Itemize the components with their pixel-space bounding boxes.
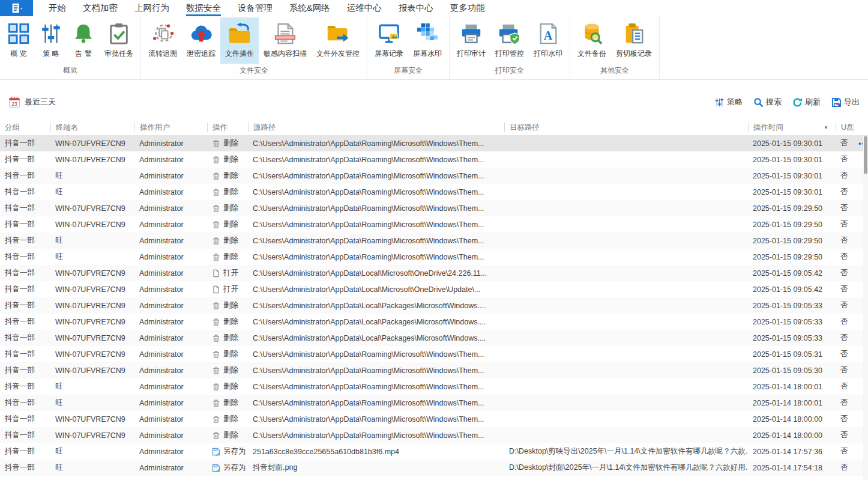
cell-group: 抖音一部	[0, 171, 50, 181]
column-header-time[interactable]: 操作时间 ▼	[748, 123, 836, 132]
table-row[interactable]: 抖音一部 WIN-07UFVRE7CN9 Administrator 删除 C:…	[0, 200, 868, 216]
ribbon-button-审批任务[interactable]: 审批任务	[100, 17, 138, 64]
table-row[interactable]: 抖音一部 WIN-07UFVRE7CN9 Administrator 打开 C:…	[0, 265, 868, 281]
menu-tab-开始[interactable]: 开始	[49, 0, 66, 16]
trash-icon	[212, 334, 220, 342]
table-row[interactable]: 抖音一部 WIN-07UFVRE7CN9 Administrator 打开 C:…	[0, 281, 868, 297]
save-as-icon	[212, 448, 220, 456]
trash-icon	[212, 156, 220, 164]
menu-tab-数据安全[interactable]: 数据安全	[186, 0, 221, 16]
table-row[interactable]: 抖音一部 WIN-07UFVRE7CN9 Administrator 删除 C:…	[0, 314, 868, 330]
policy-sliders-icon	[714, 97, 725, 108]
ribbon-button-文件备份[interactable]: 文件备份	[573, 17, 611, 64]
table-row[interactable]: 抖音一部 WIN-07UFVRE7CN9 Administrator 删除 C:…	[0, 427, 868, 443]
ribbon-button-打印审计[interactable]: 打印审计	[452, 17, 490, 64]
ribbon-button-流转追溯[interactable]: 流转追溯	[143, 17, 182, 64]
ribbon-button-概览[interactable]: 概 览	[2, 17, 35, 64]
ribbon-button-告警[interactable]: 告 警	[67, 17, 100, 64]
cell-usb: 否	[836, 414, 854, 424]
menu-tab-系统&网络[interactable]: 系统&网络	[289, 0, 330, 16]
table-row[interactable]: 抖音一部 WIN-07UFVRE7CN9 Administrator 删除 C:…	[0, 151, 868, 168]
filter-action-导出[interactable]: 导出	[831, 97, 860, 108]
table-row[interactable]: 抖音一部 旺 Administrator 另存为 251a63cc8e39cce…	[0, 443, 868, 460]
table-row[interactable]: 抖音一部 旺 Administrator 删除 C:\Users\Adminis…	[0, 378, 868, 395]
ribbon-button-屏幕水印[interactable]: 屏幕水印	[408, 17, 447, 64]
cell-usb: 否	[836, 235, 854, 246]
cell-user: Administrator	[134, 431, 207, 440]
table-row[interactable]: 抖音一部 旺 Administrator 删除 C:\Users\Adminis…	[0, 168, 868, 184]
table-row[interactable]: 抖音一部 WIN-07UFVRE7CN9 Administrator 删除 C:…	[0, 411, 868, 427]
cell-operation: 另存为	[207, 446, 248, 457]
cell-source-path: C:\Users\Administrator\AppData\Roaming\M…	[248, 188, 504, 196]
menu-tab-设备管理[interactable]: 设备管理	[238, 0, 273, 16]
cell-time: 2025-01-15 09:05:42	[748, 285, 836, 294]
date-filter-button[interactable]: 23 最近三天	[8, 96, 56, 108]
table-row[interactable]: 抖音一部 WIN-07UFVRE7CN9 Administrator 删除 C:…	[0, 362, 868, 378]
vertical-scrollbar[interactable]	[863, 136, 868, 480]
cell-operation: 删除	[207, 365, 248, 375]
menu-tab-文档加密[interactable]: 文档加密	[83, 0, 118, 16]
sort-desc-icon[interactable]: ▼	[824, 125, 836, 130]
ribbon-button-文件外发管控[interactable]: 文件外发管控	[312, 17, 364, 64]
cell-user: Administrator	[134, 172, 207, 180]
filter-action-搜索[interactable]: 搜索	[753, 97, 782, 108]
filter-action-策略[interactable]: 策略	[714, 97, 743, 108]
cell-terminal: 旺	[50, 446, 134, 457]
table-row[interactable]: 抖音一部 WIN-07UFVRE7CN9 Administrator 删除 C:…	[0, 346, 868, 362]
cell-usb: 否	[836, 333, 854, 343]
menu-tab-上网行为[interactable]: 上网行为	[134, 0, 169, 16]
table-row[interactable]: 抖音一部 旺 Administrator 删除 C:\Users\Adminis…	[0, 232, 868, 249]
column-header-menu[interactable]: ▼	[854, 123, 868, 132]
app-menu-button[interactable]	[0, 0, 33, 16]
column-header-target[interactable]: 目标路径 ▼	[504, 123, 748, 132]
svg-text:A: A	[544, 29, 553, 42]
cell-group: 抖音一部	[0, 430, 50, 440]
ribbon-button-策略[interactable]: 策 略	[35, 17, 67, 64]
cell-group: 抖音一部	[0, 463, 50, 473]
ribbon-button-敏感内容扫描[interactable]: 敏感内容扫描	[259, 17, 312, 64]
print-watermark-icon: A	[537, 22, 559, 45]
table-row[interactable]: 抖音一部 旺 Administrator 删除 C:\Users\Adminis…	[0, 249, 868, 265]
column-header-source[interactable]: 源路径 ▼	[248, 123, 504, 132]
print-audit-icon	[460, 22, 483, 45]
scrollbar-thumb[interactable]	[864, 136, 867, 174]
ribbon-button-打印水印[interactable]: A 打印水印	[529, 17, 567, 64]
cell-time: 2025-01-15 09:30:01	[748, 188, 836, 196]
table-row[interactable]: 抖音一部 WIN-07UFVRE7CN9 Administrator 删除 C:…	[0, 297, 868, 314]
table-row[interactable]: 抖音一部 旺 Administrator 删除 C:\Users\Adminis…	[0, 184, 868, 200]
cell-source-path: C:\Users\Administrator\AppData\Roaming\M…	[248, 415, 504, 424]
ribbon-button-文件操作[interactable]: 文件操作	[220, 17, 259, 64]
ribbon-button-屏幕记录[interactable]: 屏幕记录	[370, 17, 408, 64]
sensitive-scan-icon	[274, 22, 297, 45]
ribbon-button-泄密追踪[interactable]: 泄密追踪	[182, 17, 220, 64]
approval-clipboard-icon	[107, 22, 130, 45]
table-row[interactable]: 抖音一部 旺 Administrator 删除 C:\Users\Adminis…	[0, 395, 868, 411]
cell-operation: 删除	[207, 203, 248, 213]
overview-grid-icon	[7, 22, 30, 45]
cell-terminal: WIN-07UFVRE7CN9	[50, 431, 134, 440]
menu-tab-运维中心[interactable]: 运维中心	[347, 0, 382, 16]
cell-terminal: 旺	[50, 252, 134, 262]
cell-terminal: WIN-07UFVRE7CN9	[50, 285, 134, 294]
column-header-terminal[interactable]: 终端名 ▼	[50, 123, 134, 132]
table-row[interactable]: 抖音一部 WIN-07UFVRE7CN9 Administrator 删除 C:…	[0, 135, 868, 151]
ribbon-button-打印管控[interactable]: 打印管控	[490, 17, 529, 64]
filter-bar: 23 最近三天 策略 搜索 刷新 导出	[8, 94, 860, 111]
menu-tab-报表中心[interactable]: 报表中心	[399, 0, 433, 16]
cell-terminal: WIN-07UFVRE7CN9	[50, 302, 134, 310]
cell-operation: 删除	[207, 349, 248, 359]
filter-action-刷新[interactable]: 刷新	[792, 97, 821, 108]
cell-operation: 删除	[207, 219, 248, 229]
column-header-user[interactable]: 操作用户 ▼	[134, 123, 207, 132]
column-header-usb[interactable]: U盘 ▼	[836, 123, 854, 132]
table-row[interactable]: 抖音一部 WIN-07UFVRE7CN9 Administrator 删除 C:…	[0, 330, 868, 346]
table-row[interactable]: 抖音一部 WIN-07UFVRE7CN9 Administrator 删除 C:…	[0, 216, 868, 232]
cell-usb: 否	[836, 187, 854, 197]
column-header-op[interactable]: 操作 ▼	[207, 123, 248, 132]
column-header-group[interactable]: 分组 ▼	[0, 123, 50, 132]
table-row[interactable]: 抖音一部 旺 Administrator 另存为 抖音封面.png D:\Des…	[0, 460, 868, 476]
menu-tab-更多功能[interactable]: 更多功能	[450, 0, 485, 16]
cell-group: 抖音一部	[0, 252, 50, 262]
cell-group: 抖音一部	[0, 381, 50, 392]
ribbon-button-剪切板记录[interactable]: 剪切板记录	[611, 17, 657, 64]
